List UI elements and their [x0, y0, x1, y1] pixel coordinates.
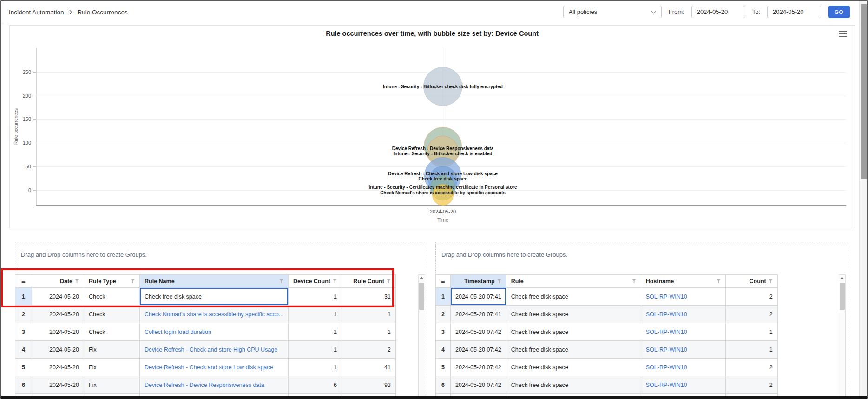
cell-date[interactable]: 2024-05-20 — [32, 359, 84, 376]
cell-rule-count[interactable]: 41 — [342, 359, 395, 376]
cell-date[interactable] — [32, 394, 84, 399]
cell-rule-type[interactable]: Check — [84, 306, 140, 323]
row-number-cell[interactable] — [15, 394, 32, 399]
cell-rule[interactable]: Check free disk space — [506, 306, 641, 323]
filter-icon[interactable] — [769, 279, 773, 283]
grid-menu-icon[interactable]: ≡ — [441, 277, 446, 285]
column-header-hostname[interactable]: Hostname — [641, 275, 725, 288]
cell-rule-name[interactable]: Device Refresh - Check and store Low dis… — [140, 359, 289, 376]
breadcrumb-item-incident-automation[interactable]: Incident Automation — [9, 9, 64, 16]
row-number-cell[interactable]: 5 — [436, 359, 451, 376]
cell-date[interactable]: 2024-05-20 — [32, 288, 84, 306]
cell-date[interactable]: 2024-05-20 — [32, 323, 84, 341]
row-number-cell[interactable]: 6 — [436, 376, 451, 394]
cell-rule[interactable]: Check free disk space — [506, 323, 641, 341]
column-header-rule-type[interactable]: Rule Type — [84, 275, 140, 288]
filter-icon[interactable] — [279, 279, 283, 283]
cell-rule[interactable]: Check free disk space — [506, 376, 641, 394]
table-scrollbar[interactable] — [839, 274, 846, 399]
cell-timestamp[interactable]: 2024-05-20 07:41 — [451, 306, 506, 323]
cell-count[interactable]: 1 — [725, 341, 777, 359]
cell-rule-type[interactable]: Check — [84, 288, 140, 306]
cell-rule-name[interactable] — [140, 394, 289, 399]
column-header-rule[interactable]: Rule — [506, 275, 641, 288]
cell-rule-name[interactable]: Device Refresh - Check and store High CP… — [140, 341, 289, 359]
cell-rule-count[interactable]: 2 — [342, 341, 395, 359]
cell-count[interactable]: 1 — [725, 323, 777, 341]
row-number-cell[interactable] — [436, 394, 451, 399]
cell-device-count[interactable]: 1 — [289, 306, 342, 323]
filter-icon[interactable] — [131, 279, 135, 283]
cell-timestamp[interactable]: 2024-05-20 07:42 — [451, 341, 506, 359]
cell-rule-name[interactable]: Collect login load duration — [140, 323, 289, 341]
page-scrollbar[interactable] — [859, 1, 867, 396]
cell-hostname[interactable]: SOL-RP-WIN10 — [641, 341, 725, 359]
page-scrollbar-thumb[interactable] — [861, 4, 867, 179]
column-header-count[interactable]: Count — [725, 275, 777, 288]
filter-icon[interactable] — [75, 279, 79, 283]
cell-count[interactable]: 2 — [725, 306, 777, 323]
row-number-cell[interactable]: 1 — [436, 288, 451, 306]
row-number-cell[interactable]: 3 — [15, 323, 32, 341]
cell-rule[interactable] — [506, 394, 641, 399]
column-header-rule-name[interactable]: Rule Name — [140, 275, 289, 288]
row-number-cell[interactable]: 2 — [15, 306, 32, 323]
cell-hostname[interactable]: SOL-RP-WIN10 — [641, 323, 725, 341]
cell-rule-type[interactable]: Check — [84, 323, 140, 341]
cell-timestamp[interactable] — [451, 394, 506, 399]
cell-timestamp[interactable]: 2024-05-20 07:42 — [451, 376, 506, 394]
cell-hostname[interactable]: SOL-RP-WIN10 — [641, 306, 725, 323]
cell-rule[interactable]: Check free disk space — [506, 341, 641, 359]
cell-rule-name[interactable]: Check Nomad's share is accessible by spe… — [140, 306, 289, 323]
grid-menu-icon[interactable]: ≡ — [20, 277, 27, 285]
column-header-timestamp[interactable]: Timestamp — [451, 275, 506, 288]
row-number-cell[interactable]: 4 — [15, 341, 32, 359]
cell-timestamp[interactable]: 2024-05-20 07:42 — [451, 359, 506, 376]
from-date-input[interactable] — [691, 6, 745, 18]
cell-device-count[interactable]: 1 — [289, 359, 342, 376]
cell-rule-name[interactable]: Device Refresh - Device Responsiveness d… — [140, 376, 289, 394]
cell-date[interactable]: 2024-05-20 — [32, 376, 84, 394]
cell-rule[interactable]: Check free disk space — [506, 359, 641, 376]
scrollbar-thumb[interactable] — [840, 283, 845, 310]
cell-hostname[interactable]: SOL-RP-WIN10 — [641, 359, 725, 376]
go-button[interactable]: GO — [828, 6, 850, 18]
row-number-cell[interactable]: 1 — [15, 288, 32, 306]
row-number-cell[interactable]: 2 — [436, 306, 451, 323]
filter-icon[interactable] — [497, 279, 501, 283]
cell-rule-count[interactable]: 93 — [342, 376, 395, 394]
row-number-cell[interactable]: 4 — [436, 341, 451, 359]
cell-device-count[interactable]: 6 — [289, 376, 342, 394]
cell-hostname[interactable] — [641, 394, 725, 399]
cell-device-count[interactable]: 1 — [289, 341, 342, 359]
to-date-input[interactable] — [767, 6, 821, 18]
cell-count[interactable]: 2 — [725, 376, 777, 394]
cell-timestamp[interactable]: 2024-05-20 07:41 — [451, 288, 506, 306]
column-header-device-count[interactable]: Device Count — [289, 275, 342, 288]
cell-rule-type[interactable]: Fix — [84, 376, 140, 394]
scroll-up-icon[interactable] — [419, 277, 424, 279]
cell-date[interactable]: 2024-05-20 — [32, 306, 84, 323]
cell-timestamp[interactable]: 2024-05-20 07:42 — [451, 323, 506, 341]
cell-device-count[interactable] — [289, 394, 342, 399]
policy-select[interactable]: All policies — [563, 6, 662, 18]
table-scrollbar[interactable] — [418, 274, 425, 399]
cell-hostname[interactable]: SOL-RP-WIN10 — [641, 288, 725, 306]
cell-count[interactable] — [725, 394, 777, 399]
cell-rule-count[interactable]: 31 — [342, 288, 395, 306]
cell-rule[interactable]: Check free disk space — [506, 288, 641, 306]
cell-count[interactable]: 2 — [725, 288, 777, 306]
cell-rule-type[interactable]: Fix — [84, 341, 140, 359]
filter-icon[interactable] — [387, 279, 391, 283]
column-header-date[interactable]: Date — [32, 275, 84, 288]
row-number-cell[interactable]: 3 — [436, 323, 451, 341]
group-dropzone[interactable]: Drag and Drop columns here to create Gro… — [15, 242, 427, 258]
row-number-cell[interactable]: 6 — [15, 376, 32, 394]
cell-hostname[interactable]: SOL-RP-WIN10 — [641, 376, 725, 394]
row-number-cell[interactable]: 5 — [15, 359, 32, 376]
filter-icon[interactable] — [333, 279, 337, 283]
cell-count[interactable]: 2 — [725, 359, 777, 376]
scroll-up-icon[interactable] — [840, 277, 844, 279]
cell-rule-count[interactable]: 1 — [342, 306, 395, 323]
column-header-rule-count[interactable]: Rule Count — [342, 275, 395, 288]
